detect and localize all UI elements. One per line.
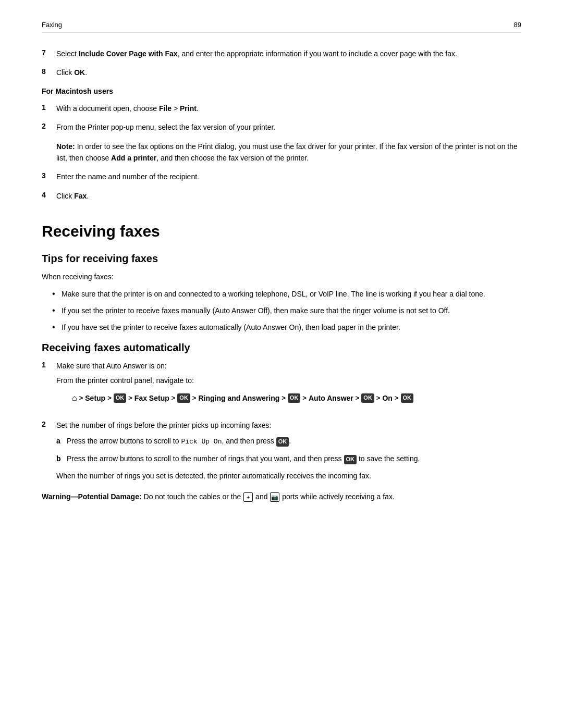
sub-step-a-content: Press the arrow buttons to scroll to Pic… — [67, 435, 521, 448]
tip-bullet-2: If you set the printer to receive faxes … — [52, 305, 521, 316]
mac-step-2: 2 From the Printer pop-up menu, select t… — [42, 121, 521, 133]
nav-arrow-7: > — [302, 393, 307, 404]
header-section-label: Faxing — [42, 21, 62, 29]
main-heading-receiving-faxes: Receiving faxes — [42, 223, 521, 240]
auto-step-2-number: 2 — [42, 419, 56, 428]
mac-step-1-file: File — [159, 104, 172, 113]
nav-arrow-8: > — [356, 393, 360, 404]
mac-step-1-print: Print — [180, 104, 197, 113]
mac-section: For Macintosh users 1 With a document op… — [42, 87, 521, 202]
nav-auto-answer: Auto Answer — [309, 392, 353, 404]
tip-bullet-3: If you have set the printer to receive f… — [52, 322, 521, 333]
nav-path: ⌂ > Setup > OK > Fax Setup > OK > Ringin… — [72, 391, 521, 405]
nav-ringing: Ringing and Answering — [198, 392, 279, 404]
page: Faxing 89 7 Select Include Cover Page wi… — [0, 0, 563, 728]
mac-step-4-fax: Fax — [74, 192, 87, 200]
mac-step-1-number: 1 — [42, 103, 56, 112]
mac-section-heading: For Macintosh users — [42, 87, 521, 95]
ok-badge-2: OK — [177, 393, 190, 403]
auto-step-1-inner: From the printer control panel, navigate… — [56, 375, 521, 386]
nav-arrow-5: > — [192, 393, 197, 404]
step-8-number: 8 — [42, 67, 56, 76]
tips-intro: When receiving faxes: — [42, 271, 521, 282]
ok-badge-6: OK — [276, 437, 289, 447]
ok-badge-1: OK — [114, 393, 127, 403]
step-7-number: 7 — [42, 48, 56, 57]
auto-section: Receiving faxes automatically 1 Make sur… — [42, 342, 521, 503]
mac-step-2-number: 2 — [42, 121, 56, 130]
header-page-number: 89 — [514, 21, 521, 29]
step-8: 8 Click OK. — [42, 67, 521, 78]
ok-badge-3: OK — [288, 393, 301, 403]
ok-badge-4: OK — [361, 393, 374, 403]
home-icon: ⌂ — [72, 391, 77, 405]
pick-up-on-mono: Pick Up On — [181, 438, 222, 446]
step-7: 7 Select Include Cover Page with Fax, an… — [42, 48, 521, 59]
step-8-bold: OK — [74, 68, 85, 77]
mac-note: Note: In order to see the fax options on… — [56, 141, 521, 164]
auto-step-1-content: Make sure that Auto Answer is on: From t… — [56, 360, 521, 412]
note-label: Note: — [56, 142, 75, 151]
phone-port-icon: + — [243, 492, 253, 502]
ok-badge-7: OK — [344, 455, 357, 464]
mac-step-4: 4 Click Fax. — [42, 190, 521, 202]
ok-badge-5: OK — [401, 393, 414, 403]
page-header: Faxing 89 — [42, 21, 521, 32]
nav-fax-setup: Fax Setup — [134, 392, 169, 404]
mac-step-1-content: With a document open, choose File > Prin… — [56, 103, 521, 114]
nav-arrow-1: > — [79, 393, 83, 404]
auto-step-2-content: Set the number of rings before the print… — [56, 419, 521, 482]
mac-step-3: 3 Enter the name and number of the recip… — [42, 171, 521, 182]
warning-block: Warning—Potential Damage: Do not touch t… — [42, 491, 521, 502]
tip-bullet-1: Make sure that the printer is on and con… — [52, 288, 521, 300]
note-add-printer: Add a printer — [111, 154, 156, 162]
tips-section: Tips for receiving faxes When receiving … — [42, 253, 521, 334]
nav-arrow-10: > — [395, 393, 399, 404]
auto-step-1: 1 Make sure that Auto Answer is on: From… — [42, 360, 521, 412]
sub-step-a: a Press the arrow buttons to scroll to P… — [56, 435, 521, 448]
auto-heading: Receiving faxes automatically — [42, 342, 521, 354]
step-7-bold1: Include Cover Page with Fax — [79, 50, 178, 58]
mac-step-3-content: Enter the name and number of the recipie… — [56, 171, 521, 182]
auto-step-2-after: When the number of rings you set is dete… — [56, 470, 521, 482]
printer-port-icon: 📷 — [270, 492, 279, 502]
mac-step-2-content: From the Printer pop-up menu, select the… — [56, 121, 521, 133]
mac-step-3-number: 3 — [42, 171, 56, 180]
nav-arrow-2: > — [107, 393, 112, 404]
step-8-content: Click OK. — [56, 67, 521, 78]
nav-arrow-3: > — [128, 393, 132, 404]
nav-arrow-6: > — [282, 393, 286, 404]
sub-step-b-content: Press the arrow buttons to scroll to the… — [67, 453, 521, 464]
nav-setup: Setup — [85, 392, 105, 404]
nav-on: On — [382, 392, 392, 404]
sub-step-b-label: b — [56, 453, 67, 464]
mac-step-4-number: 4 — [42, 190, 56, 199]
tips-bullet-list: Make sure that the printer is on and con… — [42, 288, 521, 334]
mac-step-1: 1 With a document open, choose File > Pr… — [42, 103, 521, 114]
sub-step-a-label: a — [56, 435, 67, 447]
warning-label: Warning—Potential Damage: — [42, 492, 142, 501]
mac-step-4-content: Click Fax. — [56, 190, 521, 202]
sub-step-b: b Press the arrow buttons to scroll to t… — [56, 453, 521, 464]
auto-step-1-number: 1 — [42, 360, 56, 369]
step-7-content: Select Include Cover Page with Fax, and … — [56, 48, 521, 59]
sub-step-list: a Press the arrow buttons to scroll to P… — [56, 435, 521, 464]
nav-arrow-9: > — [376, 393, 381, 404]
auto-step-2: 2 Set the number of rings before the pri… — [42, 419, 521, 482]
tips-heading: Tips for receiving faxes — [42, 253, 521, 265]
nav-arrow-4: > — [172, 393, 176, 404]
